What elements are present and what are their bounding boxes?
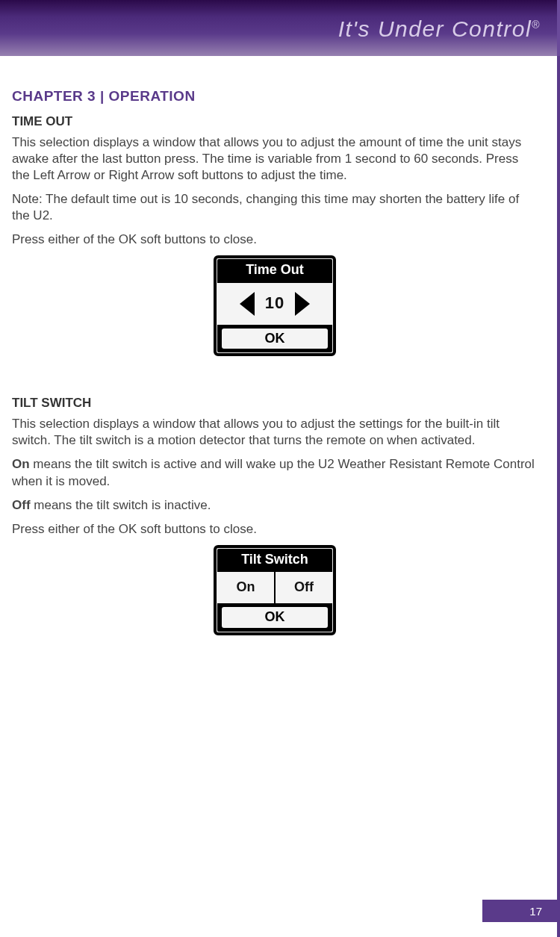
tagline: It's Under Control® <box>338 16 541 42</box>
tilt-para-4: Press either of the OK soft buttons to c… <box>12 521 538 538</box>
timeout-heading: TIME OUT <box>12 113 538 130</box>
registered-symbol: ® <box>532 19 541 31</box>
tilt-on-text: means the tilt switch is active and will… <box>12 457 535 488</box>
tilt-ok-row: OK <box>217 603 332 631</box>
tilt-heading: TILT SWITCH <box>12 395 538 411</box>
right-edge-stripe <box>557 56 560 937</box>
right-arrow-icon[interactable] <box>295 292 310 316</box>
tilt-lcd: Tilt Switch On Off OK <box>214 545 336 635</box>
chapter-heading: CHAPTER 3 | OPERATION <box>12 87 538 106</box>
timeout-ok-row: OK <box>217 325 332 352</box>
content-area: CHAPTER 3 | OPERATION TIME OUT This sele… <box>0 56 560 635</box>
tilt-off-text: means the tilt switch is inactive. <box>31 498 211 512</box>
tilt-ok-button[interactable]: OK <box>222 607 328 627</box>
tilt-para-off: Off means the tilt switch is inactive. <box>12 497 538 514</box>
left-arrow-icon[interactable] <box>240 292 255 316</box>
timeout-lcd: Time Out 10 OK <box>214 255 336 356</box>
document-page: It's Under Control® CHAPTER 3 | OPERATIO… <box>0 0 560 937</box>
timeout-lcd-mid: 10 <box>217 283 332 325</box>
tilt-lcd-onoff-row: On Off <box>217 572 332 603</box>
timeout-ok-button[interactable]: OK <box>222 329 328 349</box>
tilt-para-on: On means the tilt switch is active and w… <box>12 456 538 489</box>
tilt-para-1: This selection displays a window that al… <box>12 416 538 449</box>
page-number: 17 <box>482 900 557 922</box>
timeout-lcd-title: Time Out <box>217 259 332 282</box>
tilt-lcd-title: Tilt Switch <box>217 549 332 572</box>
tilt-lcd-wrap: Tilt Switch On Off OK <box>12 545 538 635</box>
timeout-lcd-wrap: Time Out 10 OK <box>12 255 538 356</box>
tilt-on-button[interactable]: On <box>217 572 274 603</box>
timeout-lcd-inner: Time Out 10 OK <box>217 259 332 352</box>
tilt-off-bold: Off <box>12 498 31 512</box>
tilt-on-bold: On <box>12 457 30 471</box>
timeout-para-2: Note: The default time out is 10 seconds… <box>12 191 538 224</box>
timeout-lcd-value: 10 <box>265 293 284 314</box>
timeout-para-1: This selection displays a window that al… <box>12 134 538 184</box>
tagline-text: It's Under Control <box>338 16 532 41</box>
section-gap <box>12 362 538 392</box>
timeout-para-3: Press either of the OK soft buttons to c… <box>12 231 538 248</box>
tilt-lcd-inner: Tilt Switch On Off OK <box>217 549 332 632</box>
page-header: It's Under Control® <box>0 0 560 56</box>
tilt-off-button[interactable]: Off <box>274 572 332 603</box>
